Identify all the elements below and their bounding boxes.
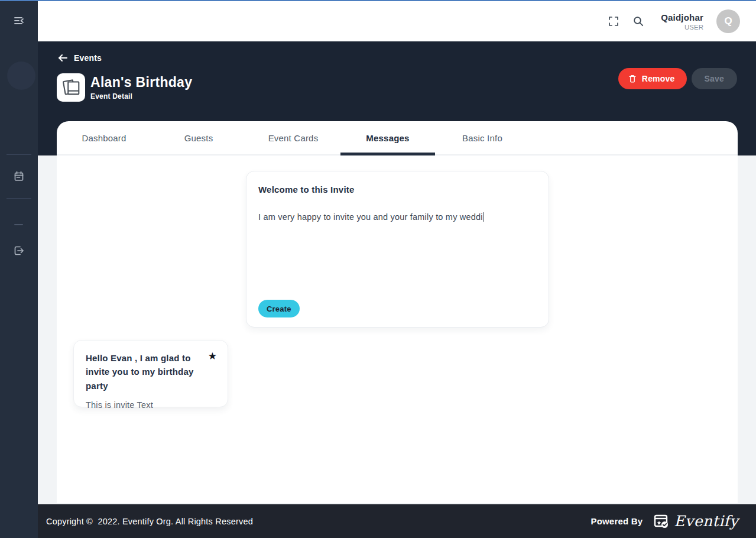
compose-invite-card: Welcome to this Invite I am very happy t… [246, 171, 549, 328]
eventify-logo-icon [653, 513, 670, 530]
tab-event-cards[interactable]: Event Cards [246, 121, 340, 154]
compose-card-heading: Welcome to this Invite [258, 184, 537, 195]
avatar[interactable]: Q [716, 9, 740, 33]
events-calendar-icon[interactable] [13, 170, 25, 182]
invite-message-body: This is invite Text [86, 400, 216, 410]
messages-panel: Welcome to this Invite I am very happy t… [57, 155, 738, 503]
search-icon[interactable] [632, 15, 644, 27]
tab-basic-info[interactable]: Basic Info [435, 121, 530, 154]
save-button-label: Save [705, 74, 725, 83]
breadcrumb-label: Events [74, 53, 102, 63]
topbar: Qaidjohar USER Q [38, 1, 756, 41]
create-button-label: Create [267, 304, 291, 313]
remove-button-label: Remove [642, 74, 675, 83]
page-title: Alan's Birthday [90, 74, 192, 90]
trash-icon [628, 74, 637, 83]
invite-message-card[interactable]: Hello Evan , I am glad to invite you to … [73, 340, 228, 407]
invite-message-value: I am very happy to invite you and your f… [258, 212, 483, 222]
event-cards-icon [57, 73, 85, 102]
footer: Copyright © 2022. Eventify Org. All Righ… [38, 504, 756, 538]
avatar-initial: Q [724, 15, 732, 27]
remove-button[interactable]: Remove [618, 68, 687, 89]
invite-message-title: Hello Evan , I am glad to invite you to … [86, 351, 213, 393]
page-subtitle: Event Detail [90, 92, 192, 101]
brand-logo: Eventify [653, 513, 738, 530]
top-accent-line [0, 0, 756, 1]
sidebar-divider [7, 198, 31, 199]
text-caret [484, 212, 485, 222]
user-menu[interactable]: Qaidjohar USER [661, 12, 703, 31]
tab-messages[interactable]: Messages [340, 121, 435, 154]
create-button[interactable]: Create [258, 300, 300, 317]
sidebar-divider [7, 154, 31, 155]
logout-icon[interactable] [13, 245, 25, 257]
tab-bar: Dashboard Guests Event Cards Messages Ba… [57, 121, 738, 155]
menu-fold-icon[interactable] [13, 15, 25, 27]
content-container: Dashboard Guests Event Cards Messages Ba… [57, 121, 738, 504]
tab-guests[interactable]: Guests [151, 121, 246, 154]
brand-name: Eventify [674, 513, 738, 530]
breadcrumb-back[interactable]: Events [57, 53, 102, 63]
invite-message-input[interactable]: I am very happy to invite you and your f… [258, 212, 537, 283]
sidebar-section-dash [14, 224, 23, 225]
copyright-text: Copyright © 2022. Eventify Org. All Righ… [46, 517, 253, 526]
save-button[interactable]: Save [692, 68, 738, 89]
user-role: USER [661, 24, 703, 31]
back-arrow-icon [57, 53, 68, 63]
sidebar-avatar-placeholder [7, 61, 35, 90]
sidebar [0, 1, 38, 538]
user-name: Qaidjohar [661, 12, 703, 22]
star-icon[interactable]: ★ [208, 350, 217, 362]
fullscreen-icon[interactable] [608, 15, 619, 27]
tab-dashboard[interactable]: Dashboard [57, 121, 151, 154]
powered-by-label: Powered By [590, 516, 643, 526]
